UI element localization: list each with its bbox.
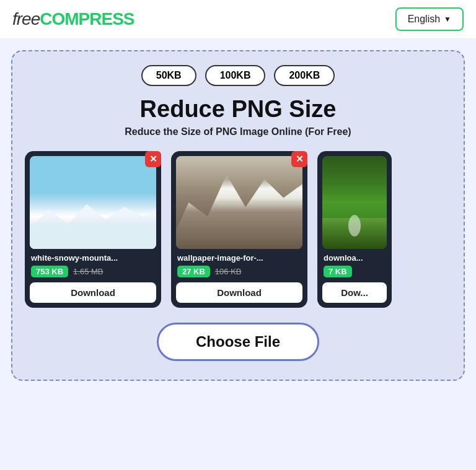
size-option-100kb[interactable]: 100KB <box>205 65 266 86</box>
logo-free: free <box>12 9 40 28</box>
card-3-sizes: 7 KB <box>322 266 387 277</box>
page-title: Reduce PNG Size <box>25 96 451 123</box>
language-selector[interactable]: English ▼ <box>395 7 464 31</box>
download-button-1[interactable]: Download <box>30 282 156 303</box>
card-3-filename: downloa... <box>324 253 386 263</box>
card-2-original-size: 106 KB <box>215 267 242 276</box>
image-card-1: ✕ white-snowy-mounta... 753 KB 1.65 MB D… <box>25 151 161 308</box>
download-button-3[interactable]: Dow... <box>322 282 387 303</box>
image-card-3: downloa... 7 KB Dow... <box>317 151 392 308</box>
language-label: English <box>408 14 440 25</box>
card-2-sizes: 27 KB 106 KB <box>176 266 302 277</box>
logo: freeCOMPRESS <box>12 9 134 29</box>
main-content: 50KB 100KB 200KB Reduce PNG Size Reduce … <box>0 39 476 470</box>
card-3-compressed-size: 7 KB <box>324 266 352 277</box>
card-1-image <box>30 156 156 249</box>
header: freeCOMPRESS English ▼ <box>0 0 476 39</box>
card-2-filename: wallpaper-image-for-... <box>177 253 301 263</box>
image-cards-row: ✕ white-snowy-mounta... 753 KB 1.65 MB D… <box>25 151 451 308</box>
logo-compress: COMPRESS <box>40 9 134 28</box>
card-2-compressed-size: 27 KB <box>177 266 210 277</box>
chevron-down-icon: ▼ <box>444 15 451 24</box>
size-option-50kb[interactable]: 50KB <box>141 65 196 86</box>
card-1-compressed-size: 753 KB <box>31 266 68 277</box>
remove-card-1-button[interactable]: ✕ <box>145 151 161 167</box>
card-1-original-size: 1.65 MB <box>73 267 103 276</box>
size-option-200kb[interactable]: 200KB <box>274 65 335 86</box>
choose-file-button[interactable]: Choose File <box>157 323 319 361</box>
size-options-row: 50KB 100KB 200KB <box>25 65 451 86</box>
tool-container: 50KB 100KB 200KB Reduce PNG Size Reduce … <box>11 50 465 381</box>
download-button-2[interactable]: Download <box>176 282 302 303</box>
card-2-image <box>176 156 302 249</box>
card-3-image <box>322 156 387 249</box>
remove-card-2-button[interactable]: ✕ <box>291 151 307 167</box>
card-1-filename: white-snowy-mounta... <box>31 253 155 263</box>
card-1-sizes: 753 KB 1.65 MB <box>30 266 156 277</box>
image-card-2: ✕ wallpaper-image-for-... 27 KB 106 KB D… <box>171 151 307 308</box>
page-subtitle: Reduce the Size of PNG Image Online (For… <box>25 126 451 137</box>
choose-file-section: Choose File <box>25 323 451 361</box>
